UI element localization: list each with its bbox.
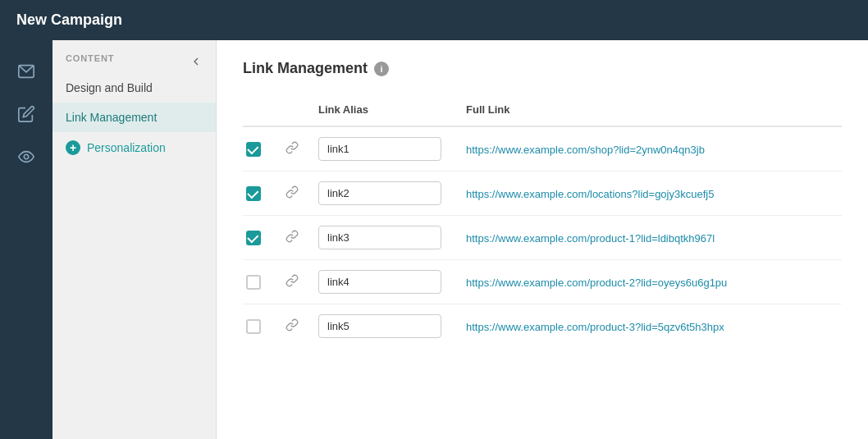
preview-nav-icon[interactable] xyxy=(8,139,44,175)
sidebar-item-design-and-build[interactable]: Design and Build xyxy=(53,73,216,103)
personalization-plus-icon: + xyxy=(66,140,80,155)
app-container: New Campaign xyxy=(0,0,868,439)
alias-input-2[interactable] xyxy=(318,181,441,205)
link-icon-cell xyxy=(276,304,308,349)
table-row: https://www.example.com/shop?lid=2ynw0n4… xyxy=(243,126,842,171)
col-header-icon xyxy=(276,97,308,126)
table-row: https://www.example.com/product-1?lid=ld… xyxy=(243,216,842,260)
design-build-label: Design and Build xyxy=(66,81,153,94)
table-row: https://www.example.com/product-2?lid=oy… xyxy=(243,260,842,304)
sidebar-item-link-management[interactable]: Link Management xyxy=(53,103,216,132)
top-header: New Campaign xyxy=(0,0,868,40)
content-area: Link Management i Link Alias Full Lin xyxy=(217,40,868,439)
link-checkbox-5[interactable] xyxy=(246,319,261,334)
alias-input-1[interactable] xyxy=(318,137,441,161)
personalization-label: Personalization xyxy=(87,141,166,154)
link-icon-cell xyxy=(276,171,308,216)
collapse-nav-button[interactable] xyxy=(186,52,206,71)
full-link-3[interactable]: https://www.example.com/product-1?lid=ld… xyxy=(466,232,715,245)
link-management-label: Link Management xyxy=(66,111,157,124)
svg-point-1 xyxy=(24,154,29,159)
full-link-1[interactable]: https://www.example.com/shop?lid=2ynw0n4… xyxy=(466,144,705,156)
email-nav-icon[interactable] xyxy=(8,53,44,89)
page-title-row: Link Management i xyxy=(243,60,842,77)
info-icon[interactable]: i xyxy=(374,62,389,76)
page-title: Link Management xyxy=(243,60,368,77)
col-header-full-link: Full Link xyxy=(456,97,842,126)
col-header-alias: Link Alias xyxy=(308,97,456,126)
link-checkbox-3[interactable] xyxy=(246,231,261,245)
col-header-check xyxy=(243,97,276,126)
nav-sidebar: CONTENT Design and Build Link Management… xyxy=(53,40,217,439)
app-title: New Campaign xyxy=(16,11,122,28)
edit-nav-icon[interactable] xyxy=(8,96,44,132)
main-area: CONTENT Design and Build Link Management… xyxy=(0,40,868,439)
link-icon-cell xyxy=(276,216,308,260)
table-row: https://www.example.com/product-3?lid=5q… xyxy=(243,304,842,349)
alias-input-4[interactable] xyxy=(318,270,441,294)
link-icon-cell xyxy=(276,126,308,171)
full-link-2[interactable]: https://www.example.com/locations?lid=go… xyxy=(466,188,714,200)
link-icon-cell xyxy=(276,260,308,304)
full-link-4[interactable]: https://www.example.com/product-2?lid=oy… xyxy=(466,277,727,289)
info-icon-label: i xyxy=(381,64,383,74)
alias-input-3[interactable] xyxy=(318,226,441,249)
link-checkbox-1[interactable] xyxy=(246,142,261,157)
link-table: Link Alias Full Link https://www.example… xyxy=(243,97,842,348)
link-checkbox-2[interactable] xyxy=(246,186,261,201)
sidebar-item-personalization[interactable]: + Personalization xyxy=(53,132,216,163)
icon-sidebar xyxy=(0,40,53,439)
table-row: https://www.example.com/locations?lid=go… xyxy=(243,171,842,216)
link-checkbox-4[interactable] xyxy=(246,275,261,290)
alias-input-5[interactable] xyxy=(318,314,441,338)
full-link-5[interactable]: https://www.example.com/product-3?lid=5q… xyxy=(466,321,724,333)
